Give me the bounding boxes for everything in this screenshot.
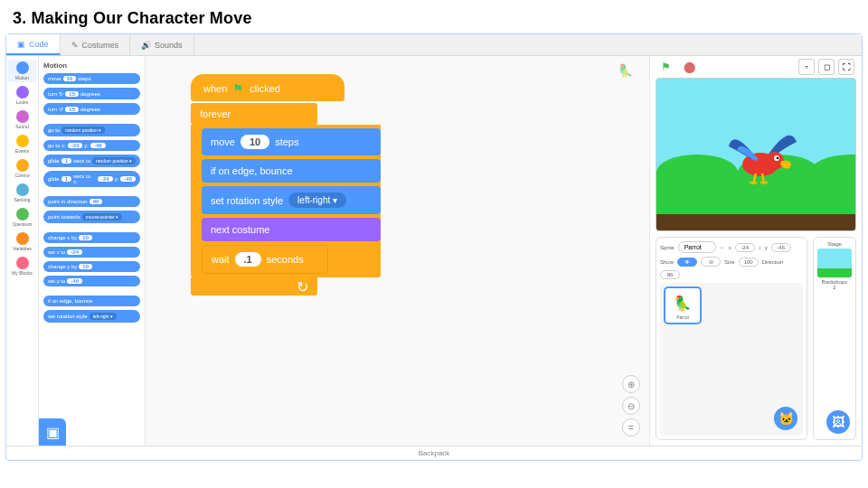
tab-code[interactable]: ▣ Code: [6, 34, 61, 55]
tab-costumes[interactable]: ✎ Costumes: [61, 34, 131, 55]
rotation-dropdown[interactable]: left-right ▾: [288, 192, 346, 208]
flag-icon: ⚑: [232, 81, 244, 96]
backpack-toggle[interactable]: Backpack: [6, 446, 862, 460]
sprite-parrot: [724, 119, 806, 192]
hat-when-flag-clicked[interactable]: when ⚑ clicked: [191, 74, 344, 101]
stop-button[interactable]: ⬤: [681, 59, 697, 75]
sprite-x-input[interactable]: -24: [735, 243, 755, 252]
cat-label: Events: [15, 148, 29, 154]
zoom-reset-button[interactable]: =: [622, 418, 640, 436]
blk-point-towards[interactable]: point towardsmouse-pointer ▾: [43, 211, 140, 223]
hide-button[interactable]: ⊘: [701, 257, 721, 267]
editor-tabs: ▣ Code ✎ Costumes 🔊 Sounds: [6, 34, 862, 56]
stage-preview[interactable]: [656, 78, 856, 231]
page-title: 3. Making Our Character Move: [0, 0, 868, 33]
sprite-name-input[interactable]: [678, 241, 716, 253]
zoom-out-button[interactable]: ⊖: [622, 397, 640, 415]
stage-controls: ⚑ ⬤ ▫ ◻ ⛶: [650, 56, 862, 78]
forever-end: ↻: [191, 277, 317, 296]
sprite-thumb-parrot[interactable]: 🦜 Parrot: [664, 286, 702, 324]
cat-myblocks[interactable]: My Blocks: [8, 255, 37, 277]
hat-text: when: [203, 83, 227, 94]
label: Direction: [762, 259, 784, 265]
label: x: [729, 245, 731, 250]
cat-operators[interactable]: Operators: [8, 206, 37, 229]
parrot-icon: 🦜: [668, 291, 697, 314]
block-next-costume[interactable]: next costume: [202, 218, 381, 241]
small-stage-button[interactable]: ▫: [798, 59, 815, 75]
cat-label: Sound: [15, 124, 28, 129]
add-backdrop-button[interactable]: 🖼: [826, 410, 850, 434]
sprite-y-input[interactable]: -46: [771, 243, 791, 252]
category-column: Motion Looks Sound Events Control Sensin…: [6, 56, 39, 446]
show-button[interactable]: 👁: [677, 258, 697, 267]
blk-goto-xy[interactable]: go to x:-24y:-46: [43, 140, 140, 151]
large-stage-button[interactable]: ◻: [818, 59, 835, 75]
stage-thumb[interactable]: [817, 249, 852, 277]
blk-goto-random[interactable]: go torandom position ▾: [43, 124, 140, 136]
backdrop-ground: [656, 214, 855, 230]
sprite-dir-input[interactable]: 86: [660, 270, 680, 279]
sprite-panel: Sprite ↔x-24 ↕y-46 Show 👁 ⊘ Size100 Dire…: [656, 237, 856, 440]
cat-label: Looks: [16, 99, 28, 105]
thumb-label: Parrot: [668, 314, 697, 320]
blk-turn-ccw[interactable]: turn↺15degrees: [43, 103, 140, 115]
cat-motion[interactable]: Motion: [8, 60, 37, 82]
blk-change-x[interactable]: change x by10: [43, 232, 140, 243]
blk-rotation-style[interactable]: set rotation styleleft-right ▾: [43, 310, 140, 323]
cat-label: Operators: [12, 221, 32, 227]
add-extension-button[interactable]: ▣: [39, 418, 66, 446]
cat-label: Control: [14, 173, 29, 178]
svg-point-3: [777, 157, 779, 160]
block-palette: Motion move10steps turn↻15degrees turn↺1…: [39, 56, 146, 446]
blk-point-dir[interactable]: point in direction90: [43, 196, 140, 207]
label: y: [765, 245, 768, 250]
backdrops-count: 2: [817, 285, 852, 290]
cat-sensing[interactable]: Sensing: [8, 182, 37, 204]
cat-variables[interactable]: Variables: [8, 230, 37, 253]
block-set-rotation-style[interactable]: set rotation styleleft-right ▾: [202, 186, 381, 214]
blk-set-y[interactable]: set y to-46: [43, 276, 140, 286]
cat-events[interactable]: Events: [8, 133, 37, 155]
label: Sprite: [660, 245, 675, 250]
green-flag-button[interactable]: ⚑: [657, 59, 674, 75]
blk-glide-random[interactable]: glide1secs torandom position ▾: [43, 155, 140, 167]
tab-sounds[interactable]: 🔊 Sounds: [130, 34, 194, 55]
script-stack[interactable]: when ⚑ clicked forever move10steps if on…: [191, 74, 381, 296]
zoom-in-button[interactable]: ⊕: [622, 375, 640, 393]
blk-set-x[interactable]: set x to-24: [43, 247, 140, 258]
scratch-app: ▣ Code ✎ Costumes 🔊 Sounds Motion Looks …: [5, 33, 863, 461]
tab-costumes-label: Costumes: [82, 41, 119, 50]
cat-control[interactable]: Control: [8, 157, 37, 180]
blk-move[interactable]: move10steps: [43, 73, 140, 84]
stage-label: Stage: [817, 241, 852, 247]
cat-looks[interactable]: Looks: [8, 84, 37, 107]
block-forever[interactable]: forever: [191, 103, 317, 125]
tab-sounds-label: Sounds: [155, 41, 183, 50]
blk-edge-bounce[interactable]: if on edge, bounce: [43, 296, 140, 306]
block-move-steps[interactable]: move10steps: [202, 128, 381, 155]
cat-label: Sensing: [14, 197, 30, 202]
sprite-watermark-icon: 🦜: [618, 63, 633, 78]
label: Show: [660, 259, 674, 265]
block-edge-bounce[interactable]: if on edge, bounce: [202, 159, 381, 183]
add-sprite-button[interactable]: 🐱: [774, 407, 797, 430]
label: Size: [724, 259, 735, 265]
sprite-info-panel: Sprite ↔x-24 ↕y-46 Show 👁 ⊘ Size100 Dire…: [656, 237, 807, 440]
cat-sound[interactable]: Sound: [8, 108, 37, 131]
blk-glide-xy[interactable]: glide1secs to x:-24y:-46: [43, 171, 140, 187]
forever-body: move10steps if on edge, bounce set rotat…: [191, 125, 381, 277]
tab-code-label: Code: [29, 40, 49, 49]
palette-header: Motion: [43, 61, 140, 70]
right-column: ⚑ ⬤ ▫ ◻ ⛶: [649, 56, 862, 446]
sprite-list: 🦜 Parrot 🐱: [660, 283, 803, 436]
workspace-zoom-controls: ⊕ ⊖ =: [622, 375, 640, 436]
cat-label: Motion: [15, 75, 29, 80]
block-wait[interactable]: wait.1seconds: [202, 245, 328, 274]
fullscreen-button[interactable]: ⛶: [838, 59, 854, 75]
script-workspace[interactable]: 🦜 when ⚑ clicked forever move10steps if …: [146, 56, 649, 446]
blk-turn-cw[interactable]: turn↻15degrees: [43, 88, 140, 99]
stage-column: Stage Backdrops 2 🖼: [813, 237, 856, 440]
blk-change-y[interactable]: change y by10: [43, 261, 140, 272]
sprite-size-input[interactable]: 100: [739, 258, 759, 267]
